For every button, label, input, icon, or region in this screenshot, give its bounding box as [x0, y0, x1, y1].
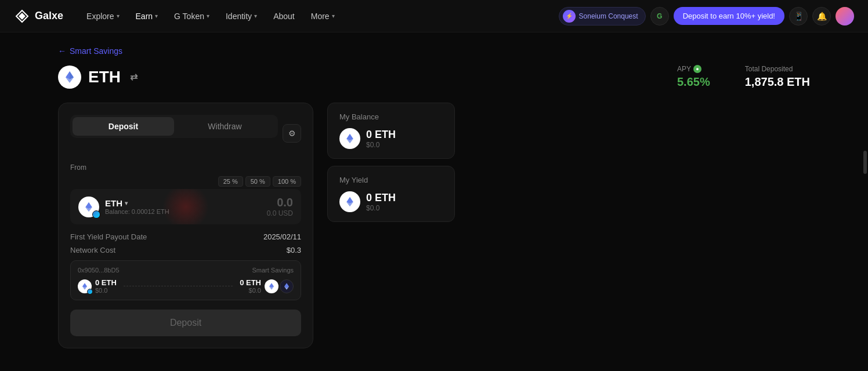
- asset-header: ETH ⇄ APY ● 5.65% Total Deposited 1,875.…: [58, 65, 810, 89]
- first-yield-value: 2025/02/11: [263, 232, 301, 241]
- yield-eth-icon: [339, 191, 360, 212]
- pct-25-button[interactable]: 25 %: [218, 176, 243, 187]
- my-balance-card: My Balance 0 ETH $0.0: [327, 103, 455, 159]
- balance-eth-icon: [339, 128, 360, 149]
- token-amount: 0.0 0.0 USD: [267, 196, 293, 217]
- g-token-icon-btn[interactable]: G: [650, 7, 669, 26]
- token-name-select[interactable]: ETH ▾: [105, 198, 169, 208]
- to-label: Smart Savings: [252, 267, 294, 274]
- my-yield-title: My Yield: [339, 176, 443, 184]
- tab-withdraw[interactable]: Withdraw: [174, 117, 276, 136]
- deposit-cta-button[interactable]: Deposit to earn 10%+ yield!: [674, 7, 784, 25]
- right-panel: My Balance 0 ETH $0.0 My Yie: [327, 103, 455, 229]
- total-deposited-value: 1,875.8 ETH: [745, 75, 810, 89]
- chevron-down-icon: ▾: [117, 13, 120, 19]
- deposit-card: Deposit Withdraw ⚙ From 25 % 50 % 100 %: [58, 103, 313, 348]
- mini-chain-badge: [87, 289, 93, 294]
- tab-performance[interactable]: Performance: [108, 367, 158, 371]
- nav-more[interactable]: More ▾: [304, 8, 342, 24]
- from-usd-amount: $0.0: [95, 287, 117, 294]
- transfer-dots: [124, 286, 233, 286]
- soneium-badge[interactable]: ⚡ Soneium Conquest: [559, 7, 646, 26]
- nav-about[interactable]: About: [266, 8, 302, 24]
- pct-50-button[interactable]: 50 %: [245, 176, 270, 187]
- to-eth-amount: 0 ETH: [240, 278, 261, 287]
- soneium-icon: ⚡: [563, 10, 576, 23]
- chevron-down-icon: ▾: [125, 200, 128, 206]
- chevron-down-icon: ▾: [155, 13, 158, 19]
- avatar[interactable]: [836, 7, 854, 26]
- nav-explore[interactable]: Explore ▾: [79, 8, 126, 24]
- balance-usd-amount: $0.0: [366, 141, 396, 149]
- nav-identity[interactable]: Identity ▾: [219, 8, 264, 24]
- apy-info-icon[interactable]: ●: [693, 65, 701, 73]
- stats-section: APY ● 5.65% Total Deposited 1,875.8 ETH: [677, 65, 810, 89]
- nav-right-actions: ⚡ Soneium Conquest G Deposit to earn 10%…: [559, 7, 854, 26]
- pct-buttons: 25 % 50 % 100 %: [218, 176, 301, 187]
- notification-bell-icon[interactable]: 🔔: [812, 7, 831, 26]
- to-usd-amount: $0.0: [240, 287, 261, 294]
- chevron-down-icon: ▾: [332, 13, 335, 19]
- asset-name: ETH: [88, 68, 121, 86]
- page-content: ← Smart Savings ETH ⇄ APY ● 5.65%: [0, 32, 868, 371]
- from-label: From: [70, 163, 301, 172]
- token-select: ETH ▾ Balance: 0.00012 ETH: [78, 197, 169, 217]
- chain-badge: [92, 210, 100, 219]
- navbar: Galxe Explore ▾ Earn ▾ G Token ▾ Identit…: [0, 0, 868, 32]
- mobile-icon-btn[interactable]: 📱: [789, 7, 808, 26]
- transfer-from-token: [78, 279, 92, 293]
- pct-100-button[interactable]: 100 %: [273, 176, 301, 187]
- eth-icon-large: [58, 66, 81, 89]
- main-row: Deposit Withdraw ⚙ From 25 % 50 % 100 %: [58, 103, 810, 348]
- back-link[interactable]: ← Smart Savings: [58, 46, 810, 56]
- transfer-to: 0 ETH $0.0: [240, 278, 294, 294]
- nav-gtoken[interactable]: G Token ▾: [167, 8, 216, 24]
- soneium-label: Soneium Conquest: [579, 12, 638, 20]
- asset-title: ETH ⇄: [58, 66, 138, 89]
- scroll-handle[interactable]: [863, 151, 867, 174]
- deposit-button[interactable]: Deposit: [70, 310, 301, 336]
- chevron-down-icon: ▾: [207, 13, 209, 19]
- card-tabs: Deposit Withdraw: [70, 115, 278, 138]
- yield-eth-amount: 0 ETH: [366, 192, 396, 204]
- savings-icon: [280, 279, 294, 293]
- network-cost-row: Network Cost $0.3: [70, 246, 301, 254]
- my-yield-card: My Yield 0 ETH $0.0: [327, 166, 455, 222]
- apy-value: 5.65%: [677, 75, 710, 89]
- bottom-tabs: Overview Performance: [58, 367, 810, 371]
- my-balance-title: My Balance: [339, 112, 443, 121]
- transfer-preview: 0x9050...8bD5 Smart Savings: [70, 260, 301, 300]
- logo-text: Galxe: [35, 10, 63, 22]
- tab-overview[interactable]: Overview: [58, 367, 95, 371]
- back-arrow-icon: ←: [58, 46, 66, 56]
- from-eth-amount: 0 ETH: [95, 278, 117, 287]
- from-row: 25 % 50 % 100 %: [70, 176, 301, 187]
- network-cost-value: $0.3: [287, 246, 301, 254]
- total-deposited-stat: Total Deposited 1,875.8 ETH: [745, 65, 810, 89]
- from-address: 0x9050...8bD5: [78, 267, 120, 274]
- balance-eth-amount: 0 ETH: [366, 129, 396, 141]
- settings-icon[interactable]: ⚙: [283, 124, 301, 143]
- amount-usd: 0.0 USD: [267, 209, 293, 217]
- apy-stat: APY ● 5.65%: [677, 65, 710, 89]
- yield-usd-amount: $0.0: [366, 204, 396, 212]
- first-yield-row: First Yield Payout Date 2025/02/11: [70, 232, 301, 241]
- back-label: Smart Savings: [70, 46, 122, 56]
- chevron-down-icon: ▾: [254, 13, 257, 19]
- logo[interactable]: Galxe: [14, 8, 63, 24]
- token-input-row: ETH ▾ Balance: 0.00012 ETH 0.0 0.0 USD: [70, 189, 301, 224]
- savings-eth-icon: [265, 279, 279, 293]
- amount-value: 0.0: [267, 196, 293, 209]
- nav-earn[interactable]: Earn ▾: [129, 8, 165, 24]
- deco-circle: [162, 189, 209, 224]
- token-balance: Balance: 0.00012 ETH: [105, 208, 169, 215]
- swap-icon[interactable]: ⇄: [130, 71, 138, 82]
- tab-deposit[interactable]: Deposit: [73, 117, 174, 136]
